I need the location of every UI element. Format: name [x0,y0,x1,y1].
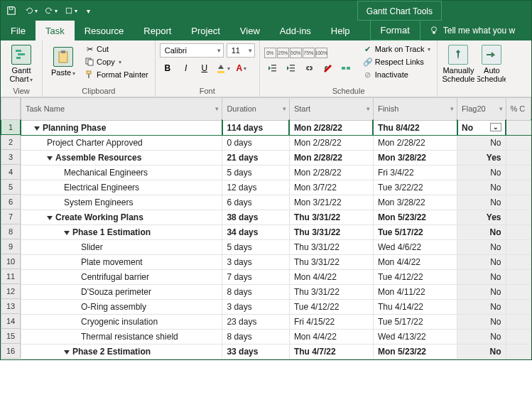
cell-finish[interactable]: Mon 5/23/22 [373,210,457,224]
cell-flag20[interactable]: No [457,165,506,180]
cell-task-name[interactable]: Phase 1 Estimation [21,224,222,239]
cell-finish[interactable]: Wed 4/6/22 [373,239,457,254]
col-task-name[interactable]: Task Name▾ [21,97,222,120]
cell-start[interactable]: Mon 2/28/22 [289,165,373,180]
cell-finish[interactable]: Fri 3/4/22 [373,165,457,180]
task-row[interactable]: Electrical Engineers12 daysMon 3/7/22Tue… [21,180,531,195]
row-number[interactable]: 14 [1,314,21,329]
redo-icon[interactable]: ▾ [45,4,58,17]
cell-pct[interactable] [506,299,531,314]
row-number[interactable]: 3 [1,150,21,165]
pct-50[interactable]: 50% [290,48,302,58]
cell-pct[interactable] [506,344,531,359]
cell-flag20[interactable]: No [457,299,506,314]
cell-flag20[interactable]: No [457,135,506,150]
cell-duration[interactable]: 5 days [222,239,289,254]
row-number[interactable]: 11 [1,269,21,284]
cell-duration[interactable]: 0 days [222,135,289,150]
row-number[interactable]: 1 [1,120,21,135]
cell-start[interactable]: Thu 3/31/22 [289,284,373,299]
cell-finish[interactable]: Tue 4/12/22 [373,269,457,284]
cell-finish[interactable]: Mon 3/28/22 [373,150,457,165]
row-number[interactable]: 6 [1,195,21,210]
task-row[interactable]: Centrifugal barrier7 daysMon 4/4/22Tue 4… [21,269,531,284]
cell-start[interactable]: Mon 3/21/22 [289,195,373,210]
task-row[interactable]: Assemble Resources21 daysMon 2/28/22Mon … [21,150,531,165]
cell-duration[interactable]: 38 days [222,210,289,224]
outline-toggle-icon[interactable] [47,216,53,220]
col-pct-complete[interactable]: % C [506,97,531,120]
cell-task-name[interactable]: Create Working Plans [21,210,222,224]
cell-start[interactable]: Thu 4/7/22 [289,344,373,359]
cell-pct[interactable] [506,269,531,284]
cell-flag20[interactable]: No [457,224,506,239]
cell-flag20[interactable]: No [457,195,506,210]
cell-duration[interactable]: 21 days [222,150,289,165]
cell-flag20[interactable]: No [457,254,506,269]
italic-button[interactable]: I [178,60,194,76]
cell-flag20[interactable]: No [457,239,506,254]
copy-button[interactable]: Copy▾ [82,56,151,67]
outline-toggle-icon[interactable] [64,350,70,354]
paste-button[interactable]: Paste▾ [47,45,80,79]
unlink-button[interactable] [320,60,335,76]
tab-task[interactable]: Task [36,21,75,40]
cell-flag20[interactable]: No [457,329,506,344]
cell-duration[interactable]: 12 days [222,180,289,195]
outline-toggle-icon[interactable] [47,156,53,161]
cell-task-name[interactable]: Slider [21,239,222,254]
cell-finish[interactable]: Tue 3/22/22 [373,180,457,195]
cell-duration[interactable]: 3 days [222,254,289,269]
task-row[interactable]: O-Ring assembly3 daysTue 4/12/22Thu 4/14… [21,299,531,314]
col-duration[interactable]: Duration▾ [222,97,289,120]
cell-task-name[interactable]: Electrical Engineers [21,180,222,195]
cell-pct[interactable] [506,284,531,299]
task-row[interactable]: Phase 2 Estimation33 daysThu 4/7/22Mon 5… [21,344,531,359]
underline-button[interactable]: U [197,60,212,76]
cell-duration[interactable]: 6 days [222,195,289,210]
cell-duration[interactable]: 34 days [222,224,289,239]
fill-color-button[interactable]: ▾ [215,60,231,76]
cell-finish[interactable]: Mon 5/23/22 [373,344,457,359]
pct-100[interactable]: 100% [315,48,327,58]
task-row[interactable]: Mechanical Engineers5 daysMon 2/28/22Fri… [21,165,531,180]
cell-pct[interactable] [506,314,531,329]
row-number[interactable]: 5 [1,180,21,195]
cell-task-name[interactable]: System Engineers [21,195,222,210]
qat-customize-icon[interactable]: ▾ [85,4,92,17]
cell-finish[interactable]: Mon 4/4/22 [373,254,457,269]
cell-start[interactable]: Mon 3/7/22 [289,180,373,195]
row-number[interactable]: 4 [1,165,21,180]
tab-format[interactable]: Format [370,21,420,40]
row-number[interactable]: 15 [1,329,21,344]
col-flag20[interactable]: Flag20▾ [457,97,506,120]
cell-start[interactable]: Thu 3/31/22 [289,254,373,269]
cell-start[interactable]: Mon 4/4/22 [289,269,373,284]
task-row[interactable]: Create Working Plans38 daysThu 3/31/22Mo… [21,210,531,224]
task-row[interactable]: Slider5 daysThu 3/31/22Wed 4/6/22No [21,239,531,254]
cell-pct[interactable] [506,224,531,239]
cell-start[interactable]: Mon 2/28/22 [289,150,373,165]
pct-0[interactable]: 0% [264,48,276,58]
cell-finish[interactable]: Mon 3/28/22 [373,195,457,210]
row-number[interactable]: 9 [1,239,21,254]
cell-pct[interactable] [506,329,531,344]
task-row[interactable]: Phase 1 Estimation34 daysThu 3/31/22Tue … [21,224,531,239]
cell-flag20[interactable]: No⌄ [457,120,506,135]
cell-task-name[interactable]: Planning Phase [21,120,222,135]
indent-button[interactable] [283,60,298,76]
cell-pct[interactable] [506,165,531,180]
task-row[interactable]: Planning Phase114 daysMon 2/28/22Thu 8/4… [21,120,531,135]
font-name-combo[interactable]: Calibri [160,43,224,58]
row-number[interactable]: 10 [1,254,21,269]
cell-dropdown-icon[interactable]: ⌄ [490,123,501,131]
row-number[interactable]: 8 [1,224,21,239]
outdent-button[interactable] [264,60,280,76]
cell-flag20[interactable]: Yes [457,150,506,165]
cell-start[interactable]: Mon 4/4/22 [289,329,373,344]
tab-resource[interactable]: Resource [75,21,134,40]
cell-task-name[interactable]: Plate movement [21,254,222,269]
cell-start[interactable]: Fri 4/15/22 [289,314,373,329]
cell-start[interactable]: Thu 3/31/22 [289,239,373,254]
cell-duration[interactable]: 114 days [222,120,289,135]
